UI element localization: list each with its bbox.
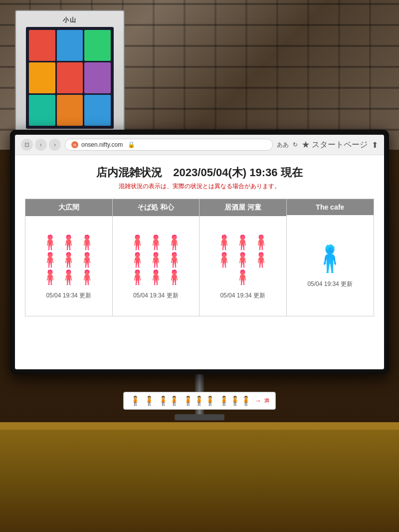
crowd-icons-cafe: 🧍 (314, 244, 346, 274)
person-icon: 🧍 (60, 269, 77, 285)
person-icon: 🧍 (129, 252, 146, 268)
section-header-soba: そば処 和心 (113, 199, 200, 216)
person-icon: 🧍 (78, 234, 96, 251)
person-icon: 🧍 (147, 234, 165, 251)
crowd-guide-sign: 🧍 🧍 🧍🧍 🧍🧍🧍 🧍🧍🧍 → 満 (90, 392, 309, 410)
crowd-icons-soba: 🧍 🧍 🧍 🧍 🧍 🧍 🧍 🧍 🧍 (126, 234, 186, 285)
crowd-sign-content: 🧍 🧍 🧍🧍 🧍🧍🧍 🧍🧍🧍 → 満 (123, 392, 276, 410)
person-icon: 🧍 (166, 269, 183, 285)
forward-button[interactable]: › (49, 139, 61, 151)
person-icon: 🧍 (60, 234, 77, 251)
section-soba: そば処 和心 🧍 🧍 🧍 🧍 🧍 🧍 🧍 🧍 (113, 199, 200, 316)
person-icon: 🧍 (166, 234, 183, 251)
section-header-izakaya: 居酒屋 河童 (200, 199, 286, 216)
person-icon: 🧍 (129, 234, 146, 251)
person-icon: 🧍 (41, 252, 59, 268)
url-bar[interactable]: N onsen.nifty.com 🔒 (65, 139, 273, 151)
section-body-soba: 🧍 🧍 🧍 🧍 🧍 🧍 🧍 🧍 🧍 05/04 19:34 更新 (113, 216, 200, 316)
lock-icon: 🔒 (128, 141, 135, 148)
section-header-cafe: The cafe (287, 199, 374, 215)
favicon: N (71, 141, 78, 148)
vending-brand: 小山 (63, 16, 77, 24)
sign-empty-icon: 🧍 (130, 395, 141, 406)
sign-arrow: → (254, 397, 261, 405)
tv-bezel: ⊡ ‹ › N onsen.nifty.com 🔒 ああ ↻ ★ スタ (10, 130, 389, 374)
person-icon: 🧍 (252, 234, 270, 251)
person-icon: 🧍 (215, 252, 233, 268)
reading-mode[interactable]: ああ (277, 141, 289, 149)
section-body-izakaya: 🧍 🧍 🧍 🧍 🧍 🧍 🧍 05/04 19:34 更新 (200, 216, 286, 316)
section-cafe: The cafe 🧍 05/04 19:34 更新 (287, 199, 374, 316)
person-icon-cafe: 🧍 (314, 244, 346, 274)
sign-high-icon-1: 🧍🧍🧍 (183, 395, 215, 406)
update-time-ohiroma: 05/04 19:34 更新 (46, 291, 91, 300)
sign-full-label: 満 (264, 397, 269, 404)
bookmark-button[interactable]: ★ スタートページ (302, 140, 368, 150)
person-icon: 🧍 (234, 252, 251, 268)
person-icon: 🧍 (147, 252, 165, 268)
update-time-izakaya: 05/04 19:34 更新 (220, 291, 265, 300)
update-time-soba: 05/04 19:34 更新 (133, 291, 179, 300)
url-text: onsen.nifty.com (81, 141, 123, 148)
person-icon: 🧍 (129, 269, 146, 285)
share-button[interactable]: ⬆ (372, 140, 378, 150)
person-icon: 🧍 (215, 234, 233, 251)
section-body-cafe: 🧍 05/04 19:34 更新 (287, 215, 374, 315)
stand-base (175, 414, 224, 420)
section-izakaya: 居酒屋 河童 🧍 🧍 🧍 🧍 🧍 🧍 🧍 (200, 199, 287, 316)
person-icon: 🧍 (41, 269, 59, 285)
sign-medium-icon: 🧍🧍 (158, 395, 180, 406)
browser-actions: ああ ↻ ★ スタートページ ⬆ (277, 140, 378, 150)
page-subtitle: 混雑状況の表示は、実際の状況とは異なる場合があります。 (25, 182, 374, 191)
reload-button[interactable]: ↻ (293, 141, 298, 148)
person-icon: 🧍 (41, 234, 59, 251)
section-ohiroma: 大広間 🧍 🧍 🧍 🧍 🧍 🧍 🧍 🧍 (25, 199, 113, 316)
section-body-ohiroma: 🧍 🧍 🧍 🧍 🧍 🧍 🧍 🧍 🧍 05/04 19:34 更新 (25, 216, 112, 316)
person-icon: 🧍 (78, 269, 96, 285)
person-icon: 🧍 (166, 252, 183, 268)
browser-nav: ⊡ ‹ › (21, 139, 61, 151)
sign-high-icon-2: 🧍🧍🧍 (218, 395, 251, 406)
crowd-icons-izakaya: 🧍 🧍 🧍 🧍 🧍 🧍 🧍 (213, 234, 273, 285)
person-icon: 🧍 (60, 252, 77, 268)
sign-low-icon: 🧍 (144, 395, 155, 406)
section-header-ohiroma: 大広間 (25, 199, 112, 216)
person-icon: 🧍 (234, 234, 251, 251)
update-time-cafe: 05/04 19:34 更新 (307, 280, 353, 288)
vending-products (26, 27, 114, 129)
wooden-counter (0, 422, 399, 532)
sections-grid: 大広間 🧍 🧍 🧍 🧍 🧍 🧍 🧍 🧍 (25, 199, 374, 316)
person-icon: 🧍 (78, 252, 96, 268)
tv-screen: ⊡ ‹ › N onsen.nifty.com 🔒 ああ ↻ ★ スタ (15, 135, 384, 369)
browser-bar: ⊡ ‹ › N onsen.nifty.com 🔒 ああ ↻ ★ スタ (15, 135, 384, 155)
person-icon: 🧍 (234, 269, 251, 285)
web-content: 店内混雑状況 2023/05/04(木) 19:36 現在 混雑状況の表示は、実… (15, 155, 384, 369)
vending-machine: 小山 (15, 10, 125, 135)
person-icon: 🧍 (147, 269, 165, 285)
page-icon: ⊡ (21, 139, 33, 151)
back-button[interactable]: ‹ (35, 139, 47, 151)
crowd-icons-ohiroma: 🧍 🧍 🧍 🧍 🧍 🧍 🧍 🧍 🧍 (39, 234, 99, 285)
page-title: 店内混雑状況 2023/05/04(木) 19:36 現在 (25, 165, 374, 180)
person-icon: 🧍 (252, 252, 270, 268)
tv-monitor: ⊡ ‹ › N onsen.nifty.com 🔒 ああ ↻ ★ スタ (10, 130, 389, 394)
